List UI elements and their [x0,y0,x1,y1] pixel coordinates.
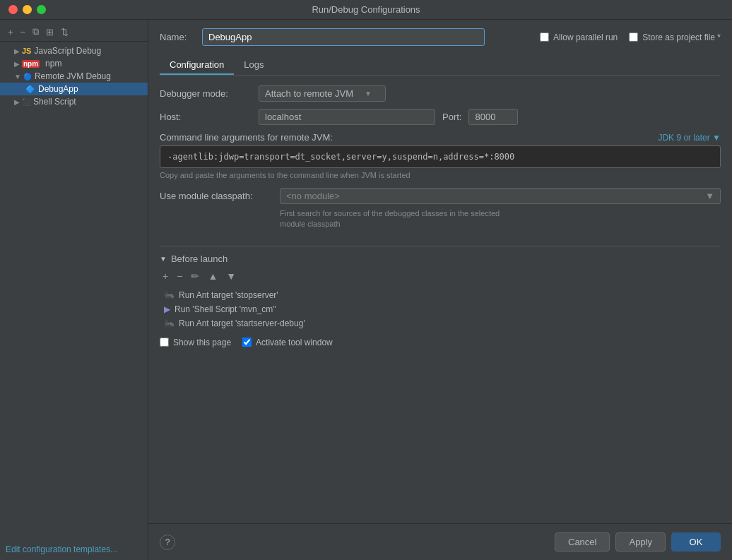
ant-icon: 🐜 [164,290,175,300]
show-page-text: Show this page [173,338,231,347]
sidebar-item-debugapp[interactable]: 🔷 DebugApp [0,83,148,95]
tab-configuration[interactable]: Configuration [160,56,234,75]
launch-item-label: Run Ant target 'startserver-debug' [179,318,305,328]
launch-item-label: Run 'Shell Script 'mvn_cm'' [175,304,276,314]
before-launch-toolbar: + − ✏ ▲ ▼ [160,268,721,284]
launch-item-2[interactable]: 🐜 Run Ant target 'startserver-debug' [160,316,721,330]
port-label: Port: [442,112,461,122]
module-classpath-row: Use module classpath: <no module> ▼ [160,188,721,204]
config-tabs: Configuration Logs [160,56,721,76]
help-button[interactable]: ? [160,535,175,550]
sidebar-toolbar: + − ⧉ ⊞ ⇅ [0,23,148,42]
dropdown-arrow-icon: ▼ [365,90,372,97]
bl-down-button[interactable]: ▼ [223,270,239,282]
sidebar-item-shell-script[interactable]: ▶ ⬛ Shell Script [0,95,148,108]
launch-item-label: Run Ant target 'stopserver' [179,290,278,300]
module-dropdown-arrow-icon: ▼ [705,191,714,201]
share-config-button[interactable]: ⊞ [44,25,56,38]
sidebar-item-js-debug[interactable]: ▶ JS JavaScript Debug [0,44,148,57]
bl-up-button[interactable]: ▲ [205,270,220,282]
command-hint: Copy and paste the arguments to the comm… [160,171,721,179]
footer-checks: Show this page Activate tool window [160,338,721,347]
host-port-row: Host: Port: [160,109,721,125]
command-line-label: Command line arguments for remote JVM: [160,132,333,143]
footer-left: ? [160,532,175,552]
sidebar-item-label: Remote JVM Debug [35,71,111,81]
dialog-footer: ? Cancel Apply OK [148,523,732,560]
ok-button[interactable]: OK [671,532,721,552]
module-hint: First search for sources of the debugged… [280,208,721,230]
port-input[interactable] [468,109,518,125]
jdk-version-link[interactable]: JDK 9 or later ▼ [658,133,721,143]
activate-tool-label[interactable]: Activate tool window [242,338,333,347]
launch-item-1[interactable]: ▶ Run 'Shell Script 'mvn_cm'' [160,302,721,316]
sidebar-item-label: JavaScript Debug [34,46,101,56]
npm-icon: npm [22,60,40,68]
window-controls[interactable] [8,5,46,14]
sidebar-item-remote-jvm[interactable]: ▼ 🔵 Remote JVM Debug [0,70,148,83]
before-launch-label: Before launch [171,254,228,264]
activate-tool-checkbox[interactable] [242,338,252,347]
config-tree: ▶ JS JavaScript Debug ▶ npm npm ▼ 🔵 Remo… [0,44,148,539]
debugger-mode-select[interactable]: Attach to remote JVM ▼ [259,85,386,102]
name-row: Name: Allow parallel run Store as projec… [160,28,721,46]
show-page-label[interactable]: Show this page [160,338,231,347]
bl-edit-button[interactable]: ✏ [188,270,202,282]
module-label: Use module classpath: [160,191,273,201]
arrow-icon: ▶ [14,98,20,106]
sort-config-button[interactable]: ⇅ [59,25,71,38]
cancel-button[interactable]: Cancel [555,532,610,552]
module-select[interactable]: <no module> ▼ [280,188,721,204]
allow-parallel-label[interactable]: Allow parallel run [540,32,618,42]
before-launch-header: ▼ Before launch [160,254,721,264]
sidebar-item-label: DebugApp [38,84,78,94]
arrow-icon: ▼ [14,73,21,81]
close-button[interactable] [8,5,18,14]
tab-logs[interactable]: Logs [234,56,273,75]
allow-parallel-checkbox[interactable] [540,32,549,42]
remove-config-button[interactable]: − [18,25,28,38]
debugger-mode-label: Debugger mode: [160,88,252,99]
sidebar-item-label: Shell Script [33,97,76,107]
edit-templates-link[interactable]: Edit configuration templates... [0,539,148,560]
host-label: Host: [160,112,252,122]
jvm-icon: 🔵 [23,73,32,81]
title-bar: Run/Debug Configurations [0,0,732,20]
host-input[interactable] [259,109,435,125]
name-label: Name: [160,32,195,42]
window-title: Run/Debug Configurations [312,4,420,15]
top-options: Allow parallel run Store as project file… [540,32,721,42]
main-layout: + − ⧉ ⊞ ⇅ ▶ JS JavaScript Debug ▶ npm np… [0,20,732,560]
ant-icon: 🐜 [164,318,175,328]
config-content: Name: Allow parallel run Store as projec… [148,20,732,560]
config-icon: 🔷 [25,85,35,94]
store-as-project-label[interactable]: Store as project file * [629,32,721,42]
arrow-icon: ▶ [14,47,20,55]
minimize-button[interactable] [23,5,32,14]
show-page-checkbox[interactable] [160,338,169,347]
activate-tool-text: Activate tool window [256,338,333,347]
apply-button[interactable]: Apply [615,532,666,552]
name-input[interactable] [202,28,485,46]
debugger-mode-row: Debugger mode: Attach to remote JVM ▼ [160,85,721,102]
arrow-icon: ▶ [14,60,20,68]
before-launch-arrow-icon: ▼ [160,255,167,263]
js-icon: JS [22,47,31,55]
store-as-project-checkbox[interactable] [629,32,638,42]
sidebar-item-npm[interactable]: ▶ npm npm [0,57,148,70]
sidebar: + − ⧉ ⊞ ⇅ ▶ JS JavaScript Debug ▶ npm np… [0,20,148,560]
shell-icon: ⬛ [22,98,30,106]
launch-item-0[interactable]: 🐜 Run Ant target 'stopserver' [160,288,721,302]
copy-config-button[interactable]: ⧉ [30,25,41,38]
bl-remove-button[interactable]: − [174,270,185,282]
sidebar-item-label: npm [45,59,61,68]
shell-script-icon: ▶ [164,304,170,314]
command-value-box: -agentlib:jdwp=transport=dt_socket,serve… [160,145,721,168]
bl-add-button[interactable]: + [160,270,171,282]
maximize-button[interactable] [37,5,46,14]
add-config-button[interactable]: + [6,25,16,38]
